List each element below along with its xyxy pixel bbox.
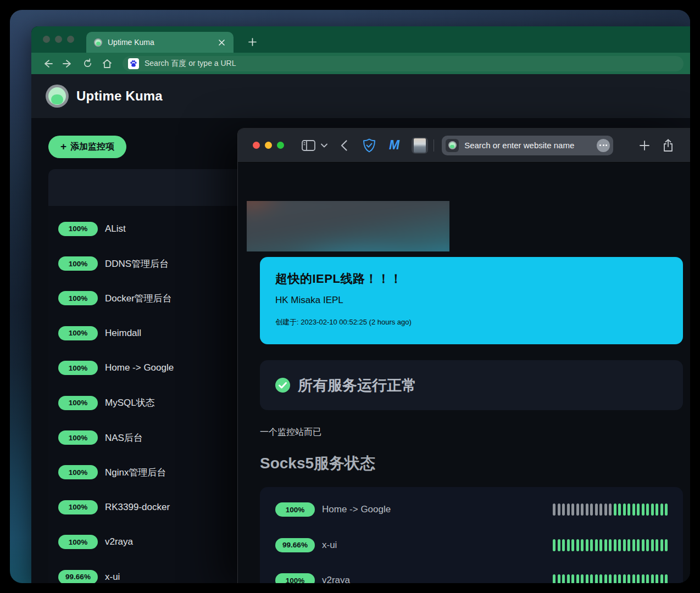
uptime-badge: 99.66%: [58, 570, 98, 583]
uptime-beat: [614, 504, 616, 516]
uptime-beat: [562, 539, 565, 551]
uptime-beat: [623, 504, 626, 516]
status-page-content: 超快的IEPL线路！！！ HK Misaka IEPL 创建于: 2023-02…: [238, 163, 690, 583]
uptime-beat: [627, 504, 630, 516]
plus-icon: +: [60, 141, 66, 153]
section-title: Socks5服务状态: [260, 453, 375, 474]
uptime-badge: 100%: [275, 502, 315, 517]
tab-close-icon[interactable]: [217, 38, 226, 47]
forward-icon[interactable]: [61, 57, 74, 70]
incident-subtitle: HK Misaka IEPL: [275, 295, 668, 306]
monitor-name[interactable]: v2raya: [322, 575, 350, 583]
add-monitor-button[interactable]: + 添加监控项: [48, 136, 126, 158]
status-page-description: 一个监控站而已: [260, 427, 321, 438]
sidebar-toggle-icon[interactable]: [302, 137, 315, 154]
safari-back-icon[interactable]: [341, 137, 347, 154]
uptime-beat: [618, 574, 621, 583]
avatar-extension-icon[interactable]: [412, 137, 428, 154]
m-extension-icon[interactable]: M: [389, 137, 399, 154]
uptime-beat: [604, 574, 607, 583]
uptime-beat: [642, 539, 645, 551]
uptime-badge: 100%: [58, 430, 98, 445]
uptime-beat: [637, 574, 640, 583]
browser-tab[interactable]: Uptime Kuma: [86, 32, 234, 53]
uptime-kuma-logo-icon: [46, 85, 69, 108]
uptime-beat: [609, 504, 612, 516]
uptime-beat: [660, 574, 663, 583]
uptime-beat: [604, 504, 607, 516]
overall-status-card: 所有服务运行正常: [260, 360, 683, 410]
uptime-beat: [665, 504, 668, 516]
avatar-image: [414, 138, 426, 153]
uptime-beat: [553, 539, 555, 551]
uptime-beat: [646, 574, 649, 583]
uptime-beat: [558, 574, 560, 583]
monitor-name[interactable]: Home -> Google: [322, 504, 391, 515]
uptime-beat: [618, 504, 621, 516]
chrome-address-bar[interactable]: Search 百度 or type a URL: [123, 56, 684, 71]
uptime-beat: [558, 539, 560, 551]
chrome-close-button[interactable]: [43, 36, 50, 43]
uptime-beat: [637, 504, 640, 516]
monitor-name: v2raya: [105, 536, 133, 547]
uptime-badge: 100%: [58, 222, 98, 236]
monitor-name: DDNS管理后台: [105, 258, 169, 270]
incident-title: 超快的IEPL线路！！！: [275, 271, 668, 287]
uptime-beat: [604, 539, 607, 551]
chrome-minimize-button[interactable]: [55, 36, 62, 43]
share-icon[interactable]: [663, 137, 674, 154]
back-icon[interactable]: [41, 57, 54, 70]
service-status-card: 100% Home -> Google 99.66% x-ui 100%: [260, 487, 683, 583]
new-tab-button[interactable]: [246, 35, 259, 48]
chrome-window-controls[interactable]: [43, 36, 74, 43]
monitor-name: Nginx管理后台: [105, 466, 166, 479]
uptime-beat: [599, 539, 602, 551]
safari-zoom-button[interactable]: [277, 142, 284, 149]
uptime-beat: [590, 504, 593, 516]
monitor-name[interactable]: x-ui: [322, 540, 337, 551]
uptime-badge: 100%: [58, 361, 98, 375]
uptime-beat: [576, 574, 579, 583]
safari-minimize-button[interactable]: [265, 142, 272, 149]
safari-toolbar: M Search or enter website name: [238, 128, 690, 163]
baidu-search-icon: [128, 58, 139, 69]
uptime-beat: [595, 539, 598, 551]
uptime-beat: [623, 539, 626, 551]
safari-new-tab-icon[interactable]: [640, 137, 649, 154]
chevron-down-icon[interactable]: [321, 137, 327, 154]
uptime-beat: [646, 539, 649, 551]
uptime-beat: [571, 504, 574, 516]
uptime-beat: [637, 539, 640, 551]
uptime-beat: [651, 539, 654, 551]
monitor-name: AList: [105, 223, 126, 234]
kuma-favicon-icon: [448, 141, 457, 149]
uptime-beat: [642, 504, 645, 516]
home-icon[interactable]: [101, 57, 114, 70]
uptime-beat: [558, 504, 560, 516]
uptime-beat: [599, 574, 602, 583]
tab-title: Uptime Kuma: [108, 38, 217, 47]
service-row: 99.66% x-ui: [275, 528, 668, 563]
safari-close-button[interactable]: [253, 142, 260, 149]
monitor-name: Home -> Google: [105, 362, 174, 373]
shield-extension-icon[interactable]: [363, 137, 376, 154]
safari-address-favicon: [446, 139, 459, 152]
uptime-beat: [553, 574, 555, 583]
uptime-beat: [567, 574, 570, 583]
monitor-name: Docker管理后台: [105, 292, 172, 305]
add-monitor-label: 添加监控项: [70, 141, 114, 153]
safari-window-controls[interactable]: [253, 142, 284, 149]
service-row: 100% Home -> Google: [275, 492, 668, 528]
uptime-beat: [581, 539, 584, 551]
uptime-badge: 100%: [58, 291, 98, 305]
toolbar-divider: [434, 139, 434, 152]
desktop: Uptime Kuma: [0, 0, 700, 593]
uptime-beat: [581, 504, 584, 516]
uptime-beat: [660, 539, 663, 551]
reload-icon[interactable]: [81, 57, 94, 70]
wallpaper: Uptime Kuma: [10, 10, 690, 583]
overall-status-text: 所有服务运行正常: [298, 376, 416, 395]
safari-address-bar[interactable]: Search or enter website name: [442, 136, 613, 155]
chrome-zoom-button[interactable]: [67, 36, 74, 43]
ellipsis-icon[interactable]: [597, 139, 610, 152]
